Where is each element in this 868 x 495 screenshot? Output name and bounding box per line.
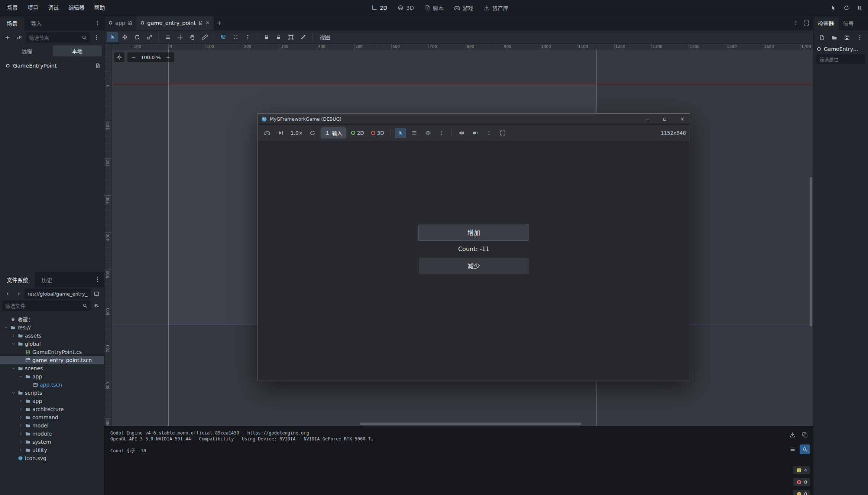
workspace-3d[interactable]: 3D	[393, 3, 418, 13]
rotate-mode-button[interactable]	[131, 32, 143, 42]
select-mode-button[interactable]	[107, 32, 118, 42]
new-scene-tab-button[interactable]	[214, 18, 224, 28]
errors-badge[interactable]: 0	[793, 478, 810, 486]
fs-item-module[interactable]: module	[0, 430, 104, 438]
grid-snap-toggle-button[interactable]	[230, 32, 241, 42]
copy-output-icon[interactable]	[800, 430, 810, 440]
increase-button[interactable]: 增加	[418, 224, 529, 241]
chevron-down-icon[interactable]	[3, 325, 9, 330]
close-tab-icon[interactable]	[205, 20, 210, 25]
save-resource-icon[interactable]	[842, 33, 852, 42]
chevron-right-icon[interactable]	[18, 440, 23, 444]
chevron-right-icon[interactable]	[18, 399, 23, 403]
camera-2d-toggle[interactable]: 2D	[349, 130, 366, 136]
nav-forward-icon[interactable]	[13, 289, 24, 299]
fs-item-res-root[interactable]: res://	[0, 323, 104, 332]
move-mode-button[interactable]	[119, 32, 130, 42]
scene-tree-menu-icon[interactable]	[91, 33, 102, 42]
reset-speed-icon[interactable]	[307, 128, 318, 138]
scene-tab-game-entry-point[interactable]: game_entry_point	[136, 16, 214, 30]
embed-fullscreen-icon[interactable]	[497, 128, 508, 138]
group-selected-button[interactable]	[285, 32, 297, 42]
lock-selected-button[interactable]	[260, 32, 272, 42]
chevron-right-icon[interactable]	[18, 432, 23, 436]
filter-properties-input[interactable]: 筛选属性	[816, 54, 865, 64]
unlock-selected-button[interactable]	[273, 32, 284, 42]
fs-item-command[interactable]: command	[0, 413, 104, 421]
local-tab[interactable]: 本地	[53, 45, 102, 56]
chevron-right-icon[interactable]	[18, 423, 23, 428]
current-path-input[interactable]: res://global/game_entry_p	[25, 289, 91, 299]
skeleton-options-button[interactable]	[297, 32, 309, 42]
close-window-button[interactable]	[675, 114, 690, 125]
scene-dock-menu-icon[interactable]	[92, 18, 103, 28]
filter-nodes-input[interactable]: 筛选节点	[26, 32, 90, 43]
restart-control[interactable]	[841, 3, 852, 13]
fs-item-favorites[interactable]: 收藏：	[0, 315, 104, 323]
center-view-button[interactable]	[114, 52, 124, 62]
list-select-mode-button[interactable]	[162, 32, 174, 42]
fs-item-global[interactable]: global	[0, 340, 104, 348]
pause-control[interactable]	[855, 3, 865, 13]
pointer-control[interactable]	[828, 3, 838, 13]
tab-scene[interactable]: 场景	[0, 16, 24, 30]
fs-item-app-tscn[interactable]: app.tscn	[0, 381, 104, 389]
fs-item-scenes[interactable]: scenes	[0, 364, 104, 372]
tab-signals[interactable]: 信号	[839, 16, 858, 30]
chevron-down-icon[interactable]	[10, 391, 16, 395]
camera-options-menu[interactable]	[483, 128, 495, 138]
view-menu[interactable]: 视图	[315, 33, 335, 41]
fs-item-utility[interactable]: utility	[0, 446, 104, 454]
pick-node-tool[interactable]	[395, 128, 406, 138]
project-menu[interactable]: 项目	[23, 0, 43, 16]
inspector-menu-icon[interactable]	[855, 33, 865, 42]
zoom-out-button[interactable]	[128, 52, 139, 62]
debug-menu[interactable]: 调试	[43, 0, 64, 16]
scene-tabs-menu-icon[interactable]	[791, 18, 801, 28]
new-resource-icon[interactable]	[816, 33, 827, 42]
warnings-badge[interactable]: 0	[793, 490, 810, 495]
scene-tab-app[interactable]: app	[104, 16, 136, 30]
smart-snap-toggle-button[interactable]	[217, 32, 229, 42]
nav-back-icon[interactable]	[2, 289, 13, 299]
chevron-down-icon[interactable]	[10, 366, 16, 371]
tab-import[interactable]: 导入	[24, 16, 48, 30]
fs-item-scripts-app[interactable]: app	[0, 397, 104, 405]
input-toggle-button[interactable]: 输入	[321, 127, 346, 139]
minimize-button[interactable]	[640, 114, 655, 125]
ruler-mode-button[interactable]	[199, 32, 210, 42]
output-filter-icon[interactable]	[787, 444, 798, 454]
fs-item-system[interactable]: system	[0, 438, 104, 446]
chevron-right-icon[interactable]	[18, 415, 23, 420]
script-icon[interactable]	[95, 63, 100, 68]
chevron-right-icon[interactable]	[18, 448, 23, 452]
workspace-2d[interactable]: 2D	[367, 3, 392, 13]
workspace-script[interactable]: 脚本	[420, 2, 448, 14]
snap-options-menu-button[interactable]	[242, 32, 253, 42]
workspace-assetlib[interactable]: 资产库	[479, 2, 513, 14]
fs-item-icon-svg[interactable]: icon.svg	[0, 454, 104, 462]
visibility-tool[interactable]	[422, 128, 434, 138]
game-window-titlebar[interactable]: MyGFrameworkGame (DEBUG)	[258, 114, 690, 125]
chevron-down-icon[interactable]	[10, 342, 16, 346]
instance-scene-button[interactable]	[14, 33, 25, 42]
chevron-down-icon[interactable]	[18, 374, 23, 379]
pivot-mode-button[interactable]	[174, 32, 186, 42]
decrease-button[interactable]: 减少	[418, 257, 529, 274]
scene-menu[interactable]: 场景	[2, 0, 23, 16]
zoom-in-button[interactable]	[163, 52, 174, 62]
load-resource-icon[interactable]	[829, 33, 839, 42]
playback-speed[interactable]: 1.0×	[289, 130, 304, 136]
filter-files-input[interactable]: 筛选文件	[2, 300, 91, 311]
fs-item-game-entry-point-tscn[interactable]: game_entry_point.tscn	[0, 356, 104, 364]
remote-tab[interactable]: 远程	[2, 45, 52, 56]
editor-menu[interactable]: 编辑器	[64, 0, 90, 16]
vertical-scrollbar[interactable]	[810, 177, 812, 326]
pan-mode-button[interactable]	[187, 32, 198, 42]
save-output-icon[interactable]	[787, 430, 798, 440]
horizontal-scrollbar[interactable]	[360, 423, 581, 425]
fs-item-assets[interactable]: assets	[0, 332, 104, 340]
add-node-button[interactable]	[2, 33, 13, 42]
debug-messages-badge[interactable]: 4	[793, 466, 810, 474]
sort-files-icon[interactable]	[91, 301, 102, 310]
